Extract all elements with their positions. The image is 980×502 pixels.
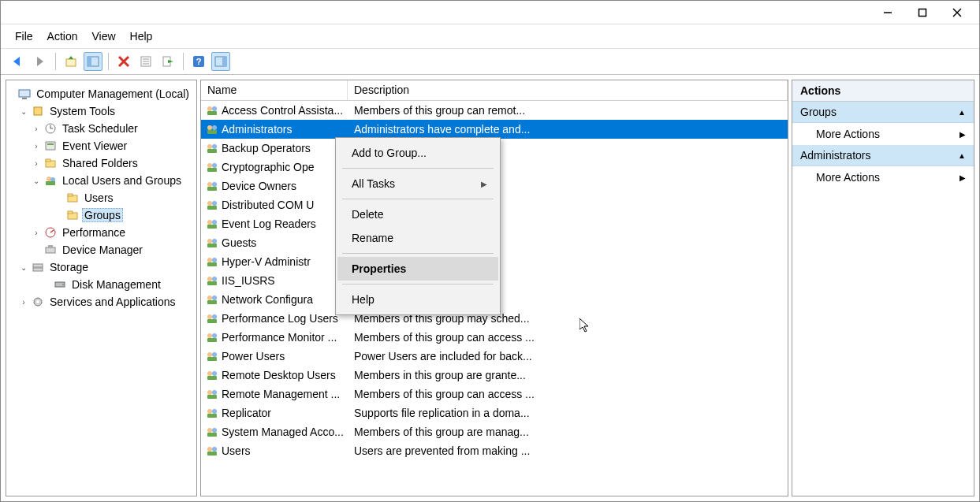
svg-marker-7 <box>69 56 73 59</box>
svg-point-65 <box>212 201 217 206</box>
actions-section-administrators[interactable]: Administrators ▲ <box>792 145 974 166</box>
export-button[interactable] <box>158 52 177 71</box>
list-row[interactable]: Access Control Assista...Members of this… <box>201 101 788 120</box>
menu-help[interactable]: Help <box>130 30 153 43</box>
menu-view[interactable]: View <box>91 30 115 43</box>
tree-event-viewer[interactable]: › Event Viewer <box>8 137 195 154</box>
svg-point-101 <box>212 428 217 433</box>
performance-icon <box>44 226 57 239</box>
device-manager-icon <box>44 244 57 256</box>
tree-groups[interactable]: Groups <box>8 206 195 224</box>
svg-point-49 <box>207 106 212 111</box>
tree-shared-folders[interactable]: › Shared Folders <box>8 154 195 172</box>
tree-services-apps[interactable]: › Services and Applications <box>8 293 195 310</box>
delete-button[interactable] <box>114 52 133 71</box>
folder-icon <box>66 192 79 204</box>
context-help[interactable]: Help <box>337 288 498 311</box>
show-hide-actions-button[interactable] <box>211 52 230 71</box>
list-row[interactable]: ReplicatorSupports file replication in a… <box>201 403 788 422</box>
list-row[interactable]: System Managed Acco...Members of this gr… <box>201 422 788 441</box>
svg-point-58 <box>207 163 212 168</box>
close-button[interactable] <box>940 3 974 22</box>
tree-performance[interactable]: › Performance <box>8 224 195 241</box>
expand-icon[interactable]: › <box>32 229 41 237</box>
context-all-tasks[interactable]: All Tasks▶ <box>337 172 498 195</box>
collapse-icon[interactable]: ⌄ <box>19 263 28 272</box>
svg-rect-51 <box>207 111 217 115</box>
svg-rect-63 <box>207 187 217 191</box>
tree-label: Performance <box>60 225 128 240</box>
help-button[interactable]: ? <box>189 52 208 71</box>
tree-storage[interactable]: ⌄ Storage <box>8 258 195 276</box>
tree-disk-management[interactable]: Disk Management <box>8 276 195 293</box>
svg-rect-54 <box>207 130 217 134</box>
context-add-to-group[interactable]: Add to Group... <box>337 141 498 165</box>
collapse-icon[interactable]: ⌄ <box>32 177 41 185</box>
svg-rect-21 <box>222 57 226 66</box>
svg-point-97 <box>207 409 212 414</box>
svg-point-68 <box>212 220 217 225</box>
context-properties[interactable]: Properties <box>337 257 498 281</box>
svg-rect-38 <box>68 211 73 214</box>
list-row[interactable]: AdministratorsAdministrators have comple… <box>201 120 788 139</box>
context-delete[interactable]: Delete <box>337 203 498 226</box>
toolbar-separator <box>183 53 184 70</box>
tree-label: Storage <box>47 260 91 274</box>
maximize-button[interactable] <box>905 3 940 22</box>
list-row[interactable]: UsersUsers are prevented from making ... <box>201 441 788 460</box>
column-header-name[interactable]: Name <box>201 80 348 100</box>
svg-point-52 <box>207 125 212 130</box>
context-rename[interactable]: Rename <box>337 226 498 250</box>
menu-action[interactable]: Action <box>47 30 78 43</box>
svg-rect-28 <box>46 142 55 150</box>
actions-more-groups[interactable]: More Actions ▶ <box>792 123 974 145</box>
tree-system-tools[interactable]: ⌄ System Tools <box>8 102 195 120</box>
svg-rect-105 <box>207 452 217 456</box>
svg-rect-90 <box>207 357 217 361</box>
svg-point-76 <box>207 277 212 281</box>
list-row[interactable]: Remote Management ...Members of this gro… <box>201 385 788 403</box>
back-button[interactable] <box>9 52 28 71</box>
expand-icon[interactable]: › <box>32 142 41 151</box>
column-header-description[interactable]: Description <box>348 80 788 100</box>
tree-users[interactable]: Users <box>8 189 195 206</box>
svg-point-83 <box>212 314 217 319</box>
expand-icon[interactable]: › <box>32 159 41 168</box>
list-cell-description: Members of this group can access ... <box>348 388 788 400</box>
collapse-icon[interactable]: ⌄ <box>19 107 28 116</box>
list-row[interactable]: Remote Desktop UsersMembers in this grou… <box>201 366 788 385</box>
svg-marker-5 <box>37 57 43 66</box>
svg-rect-87 <box>207 338 217 342</box>
list-row[interactable]: Performance Monitor ...Members of this g… <box>201 328 788 347</box>
minimize-button[interactable] <box>870 3 905 22</box>
tree-task-scheduler[interactable]: › Task Scheduler <box>8 120 195 137</box>
group-icon <box>201 388 220 400</box>
list-cell-description: Members of this group can access ... <box>348 331 788 344</box>
svg-rect-44 <box>33 268 43 271</box>
list-cell-name: Access Control Assista... <box>220 104 348 117</box>
tree-root[interactable]: Computer Management (Local) <box>8 85 195 102</box>
up-button[interactable] <box>61 52 80 71</box>
actions-item-label: More Actions <box>816 171 880 184</box>
svg-point-88 <box>207 352 212 357</box>
properties-button[interactable] <box>136 52 155 71</box>
expand-icon[interactable]: › <box>19 298 28 307</box>
list-cell-name: Device Owners <box>220 180 348 192</box>
forward-button[interactable] <box>31 52 50 71</box>
svg-point-94 <box>207 390 212 395</box>
tree[interactable]: Computer Management (Local) ⌄ System Too… <box>6 80 196 315</box>
menu-file[interactable]: File <box>15 30 33 43</box>
group-icon <box>201 180 220 192</box>
svg-rect-6 <box>66 59 76 66</box>
tree-local-users-groups[interactable]: ⌄ Local Users and Groups <box>8 172 195 189</box>
actions-more-administrators[interactable]: More Actions ▶ <box>792 166 974 188</box>
list-row[interactable]: Power UsersPower Users are included for … <box>201 347 788 366</box>
show-hide-tree-button[interactable] <box>84 52 102 71</box>
expand-icon[interactable]: › <box>32 125 41 133</box>
disk-icon <box>54 278 66 291</box>
svg-rect-23 <box>22 98 27 99</box>
actions-section-groups[interactable]: Groups ▲ <box>792 102 974 123</box>
svg-point-92 <box>212 371 217 376</box>
tree-device-manager[interactable]: Device Manager <box>8 241 195 258</box>
svg-point-100 <box>207 428 212 433</box>
